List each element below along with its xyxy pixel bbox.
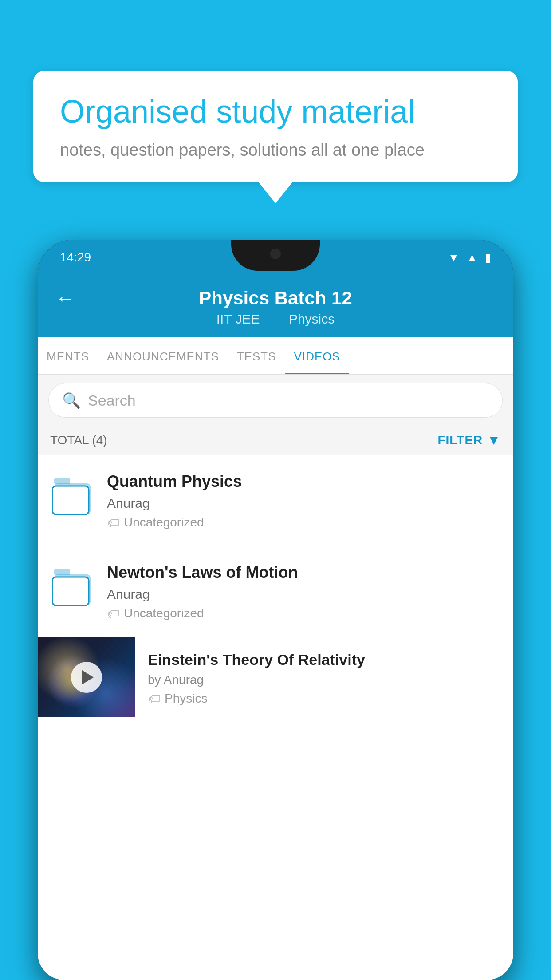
signal-icon: ▲ bbox=[466, 251, 478, 265]
video-thumbnail-einstein bbox=[38, 637, 135, 717]
tag-icon: 🏷 bbox=[107, 606, 119, 621]
bubble-title: Organised study material bbox=[60, 93, 491, 130]
video-tag: 🏷 Uncategorized bbox=[107, 515, 501, 530]
bubble-subtitle: notes, question papers, solutions all at… bbox=[60, 141, 491, 160]
app-title: Physics Batch 12 bbox=[199, 288, 352, 309]
search-bar-container: 🔍 Search bbox=[38, 375, 513, 426]
speech-bubble: Organised study material notes, question… bbox=[33, 71, 518, 182]
play-icon bbox=[82, 670, 94, 684]
filter-button[interactable]: FILTER ▼ bbox=[437, 433, 501, 448]
search-icon: 🔍 bbox=[62, 391, 81, 409]
subtitle-physics: Physics bbox=[289, 312, 335, 326]
filter-icon: ▼ bbox=[487, 433, 501, 448]
status-time: 14:29 bbox=[60, 250, 91, 265]
video-list: Quantum Physics Anurag 🏷 Uncategorized bbox=[38, 455, 513, 719]
status-bar: 14:29 ▼ ▲ ▮ bbox=[38, 240, 513, 275]
svg-rect-1 bbox=[54, 478, 70, 484]
video-tag: 🏷 Uncategorized bbox=[107, 606, 501, 621]
video-author: Anurag bbox=[107, 587, 501, 602]
video-info-newton: Newton's Laws of Motion Anurag 🏷 Uncateg… bbox=[107, 562, 501, 621]
video-info-quantum: Quantum Physics Anurag 🏷 Uncategorized bbox=[107, 471, 501, 530]
filter-row: TOTAL (4) FILTER ▼ bbox=[38, 426, 513, 455]
battery-icon: ▮ bbox=[485, 251, 491, 265]
subtitle-iit: IIT JEE bbox=[216, 312, 260, 326]
svg-rect-2 bbox=[52, 486, 89, 514]
tag-icon: 🏷 bbox=[107, 515, 119, 530]
app-header: ← Physics Batch 12 IIT JEE Physics bbox=[38, 275, 513, 337]
video-info-einstein: Einstein's Theory Of Relativity by Anura… bbox=[135, 637, 513, 719]
app-subtitle: IIT JEE Physics bbox=[209, 312, 342, 327]
search-bar[interactable]: 🔍 Search bbox=[48, 383, 503, 418]
list-item[interactable]: Quantum Physics Anurag 🏷 Uncategorized bbox=[38, 455, 513, 546]
tab-ments[interactable]: MENTS bbox=[38, 337, 98, 374]
list-item[interactable]: Einstein's Theory Of Relativity by Anura… bbox=[38, 637, 513, 719]
video-author: Anurag bbox=[107, 496, 501, 511]
tag-icon: 🏷 bbox=[148, 692, 160, 706]
video-title: Einstein's Theory Of Relativity bbox=[148, 650, 501, 669]
tabs-bar: MENTS ANNOUNCEMENTS TESTS VIDEOS bbox=[38, 337, 513, 375]
tab-tests[interactable]: TESTS bbox=[228, 337, 285, 374]
status-icons: ▼ ▲ ▮ bbox=[448, 251, 491, 265]
tab-videos[interactable]: VIDEOS bbox=[285, 337, 349, 374]
camera-notch bbox=[270, 249, 281, 259]
video-author: by Anurag bbox=[148, 673, 501, 687]
tab-announcements[interactable]: ANNOUNCEMENTS bbox=[98, 337, 228, 374]
wifi-icon: ▼ bbox=[448, 251, 460, 265]
list-item[interactable]: Newton's Laws of Motion Anurag 🏷 Uncateg… bbox=[38, 546, 513, 637]
svg-rect-5 bbox=[52, 577, 89, 605]
video-tag: 🏷 Physics bbox=[148, 692, 501, 706]
phone-screen: ← Physics Batch 12 IIT JEE Physics MENTS… bbox=[38, 275, 513, 980]
back-button[interactable]: ← bbox=[55, 287, 75, 309]
video-title: Quantum Physics bbox=[107, 471, 501, 492]
folder-icon-quantum bbox=[50, 471, 94, 520]
video-title: Newton's Laws of Motion bbox=[107, 562, 501, 583]
search-input[interactable]: Search bbox=[88, 392, 136, 409]
play-button[interactable] bbox=[71, 662, 102, 693]
folder-icon-newton bbox=[50, 562, 94, 611]
phone-frame: 14:29 ▼ ▲ ▮ ← Physics Batch 12 IIT JEE P… bbox=[38, 240, 513, 980]
total-count: TOTAL (4) bbox=[50, 433, 107, 447]
svg-rect-4 bbox=[54, 569, 70, 575]
